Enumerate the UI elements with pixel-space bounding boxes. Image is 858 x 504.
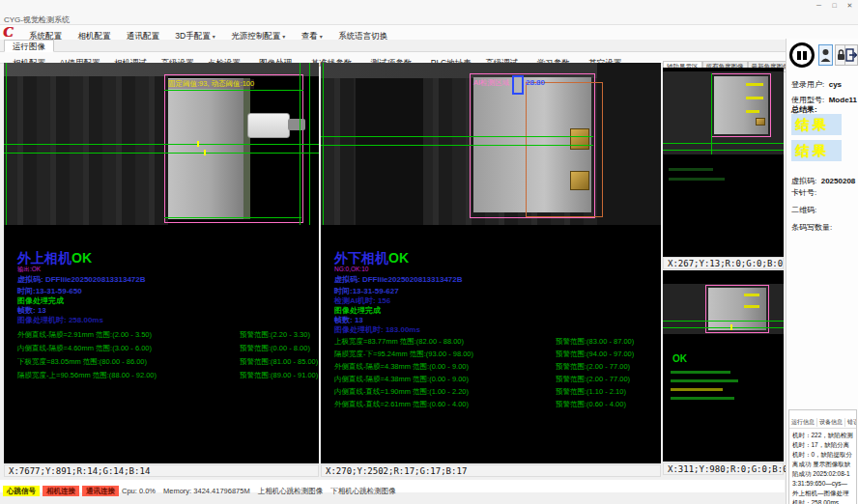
connector-object xyxy=(247,113,290,138)
pause-icon xyxy=(803,51,807,60)
tab-run-info[interactable]: 运行信息 xyxy=(789,418,817,427)
window-title: CYG-视觉检测系统 xyxy=(4,14,70,25)
warning-range: 预警范围:(2.00 - 77.00) xyxy=(556,362,630,372)
close-icon[interactable]: ✕ xyxy=(843,0,857,11)
camera-left-coordbar: X:7677;Y:891;R:14;G:14;B:14 xyxy=(4,464,319,477)
warning-range: 预警范围:(2.00 - 77.00) xyxy=(556,375,630,384)
model-label: 使用型号: xyxy=(791,96,824,104)
warning-range: 预警范围:(1.10 - 2.10) xyxy=(556,387,626,397)
camera-mid-coordbar: X:270;Y:2502;R:17;G:17;B:17 xyxy=(321,464,661,477)
measurement-row: 内侧直线-直线=1.90mm 范围:(1.00 - 2.20) xyxy=(334,387,469,397)
lower-cam-heartbeat: 下相机心跳检测图像 xyxy=(330,486,396,496)
measurement-row: 下极宽度=83.05mm 范围:(80.00 - 86.00) xyxy=(17,357,147,367)
camera-left-image: 固定阈值:93, 动态阈值:100 xyxy=(4,63,319,225)
thumb1-coordbar: X:267;Y:13;R:0;G:0;B:0 xyxy=(663,257,784,269)
thumb2-coordbar: X:311;Y:980;R:0;G:0;B:0 xyxy=(663,462,784,475)
barcode-write-count-row: 条码写数量: xyxy=(791,222,832,233)
cpu-usage: Cpu: 0.0% xyxy=(122,486,156,496)
heartbeat-badge: 心跳信号 xyxy=(3,486,40,496)
minimize-icon[interactable]: ─ xyxy=(812,0,826,11)
comm-link-badge: 通讯连接 xyxy=(82,486,119,496)
info-box: 运行信息设备信息错误信息 机时：222，缺陷检测机时：17，缺陷分离机时：0，缺… xyxy=(788,409,857,504)
info-log-text: 机时：222，缺陷检测机时：17，缺陷分离机时：0，缺陷提取分离成功 显示图像取… xyxy=(789,429,856,504)
result-badge-1: 结果 xyxy=(791,114,842,135)
thumb-tabs: 辅助显示区所有角度图像最新角度图像 xyxy=(663,55,784,67)
logout-icon xyxy=(845,45,857,65)
measurement-row: 内侧直线-隔膜=4.60mm 范围:(3.00 - 6.00) xyxy=(17,344,152,353)
camera-mid-output: NG:0,OK:10 xyxy=(334,266,368,272)
camera-left-panel[interactable]: 固定阈值:93, 动态阈值:100 外上相机OK 输出:OK 虚拟码: DFFI… xyxy=(4,63,319,463)
warning-range: 预警范围:(2.20 - 3.30) xyxy=(240,330,310,340)
thumb1-image xyxy=(663,68,784,257)
menu-items: 系统配置 相机配置 通讯配置 3D手配置▾ 光源控制配置▾ 查看▾ 系统语言切换 xyxy=(23,25,393,40)
status-ok: OK xyxy=(72,250,92,266)
warning-range: 预警范围:(89.00 - 91.00) xyxy=(240,371,318,380)
thumb2-panel[interactable]: OK xyxy=(663,270,784,462)
qrcode-row: 二维码: xyxy=(791,205,816,215)
ai-region-label: AI检测区域 xyxy=(473,78,509,88)
measurement-row: 隔膜宽度-上=90.56mm 范围:(88.00 - 92.00) xyxy=(17,371,157,380)
camera-mid-proc-time: 图像处理机时: 183.00ms xyxy=(334,324,420,335)
right-control-panel: 登录用户: cys 使用型号: Mode11 总结果: 结果 结果 虚拟码: 2… xyxy=(786,39,858,504)
virtual-code-value: 20250208 xyxy=(821,177,856,185)
warning-range: 预警范围:(0.60 - 4.00) xyxy=(556,400,626,409)
upper-cam-heartbeat: 上相机心跳检测图像 xyxy=(258,486,324,496)
maximize-icon[interactable]: □ xyxy=(827,0,842,11)
camera-mid-barcode: 虚拟码: DFFIiie2025020813313472B xyxy=(334,274,463,285)
virtual-code-row: 虚拟码: 20250208 xyxy=(791,170,855,187)
titlebar xyxy=(0,0,858,25)
login-user-value: cys xyxy=(829,80,842,89)
measurement-row: 上极宽度=83.77mm 范围:(82.00 - 88.00) xyxy=(334,337,464,347)
status-ok: OK xyxy=(388,250,409,266)
camera-mid-image: 28.80 AI检测区域 xyxy=(321,63,661,225)
warning-range: 预警范围:(83.00 - 87.00) xyxy=(556,337,634,347)
memory-usage: Memory: 3424.41796875M xyxy=(163,486,250,496)
ai-marker-rect xyxy=(512,75,524,95)
info-tabs: 运行信息设备信息错误信息 xyxy=(789,410,856,429)
pause-icon xyxy=(797,51,801,60)
camera-left-output: 输出:OK xyxy=(17,266,41,274)
measurement-row: 外侧直线-直线=2.61mm 范围:(0.60 - 4.00) xyxy=(334,400,469,409)
measurement-row: 外侧直线-隔膜=2.91mm 范围:(2.00 - 3.50) xyxy=(17,330,152,340)
card-pin-row: 卡针号: xyxy=(791,187,816,198)
app-logo-icon: C xyxy=(3,25,20,41)
tab-strip xyxy=(0,40,858,52)
warning-range: 预警范围:(0.00 - 8.00) xyxy=(240,344,310,353)
camera-mid-panel[interactable]: 28.80 AI检测区域 外下相机OK NG:0,OK:10 虚拟码: DFFI… xyxy=(321,63,661,463)
tab-error-info[interactable]: 错误信息 xyxy=(845,418,856,427)
pause-button[interactable] xyxy=(789,42,815,68)
model-value[interactable]: Mode11 xyxy=(829,96,857,104)
camera-link-badge: 相机连接 xyxy=(43,486,79,496)
tab-run-image[interactable]: 运行图像 xyxy=(4,40,54,52)
thumb2-ok-text: OK xyxy=(672,353,687,364)
user-icon xyxy=(819,45,832,65)
thumb2-image: OK xyxy=(663,270,784,462)
camera-left-proc-time: 图像处理机时: 258.00ms xyxy=(17,315,103,325)
thumb1-panel[interactable] xyxy=(663,68,784,257)
threshold-overlay-label: 固定阈值:93, 动态阈值:100 xyxy=(168,79,254,89)
warning-range: 预警范围:(81.00 - 85.00) xyxy=(240,357,318,367)
app-window: CYG-视觉检测系统 ─ □ ✕ C 系统配置 相机配置 通讯配置 3D手配置▾… xyxy=(0,0,858,504)
status-bar: 心跳信号相机连接通讯连接Cpu: 0.0%Memory: 3424.417968… xyxy=(0,480,785,492)
user-button[interactable] xyxy=(818,44,833,66)
measurement-row: 隔膜宽度-下=95.24mm 范围:(93.00 - 98.00) xyxy=(334,350,473,359)
exit-button[interactable] xyxy=(844,44,858,66)
warning-range: 预警范围:(94.00 - 97.00) xyxy=(556,350,634,359)
ai-marker-value: 28.80 xyxy=(526,78,545,87)
camera-left-barcode: 虚拟码: DFFIiie2025020813313472B xyxy=(17,274,146,285)
measurement-row: 内侧直线-隔膜=4.38mm 范围:(0.00 - 9.00) xyxy=(334,375,469,384)
login-user-label: 登录用户: xyxy=(791,80,824,89)
tab-device-info[interactable]: 设备信息 xyxy=(817,418,845,427)
measurement-row: 外侧直线-隔膜=4.38mm 范围:(0.00 - 9.00) xyxy=(334,362,469,372)
result-badge-2: 结果 xyxy=(791,140,842,161)
